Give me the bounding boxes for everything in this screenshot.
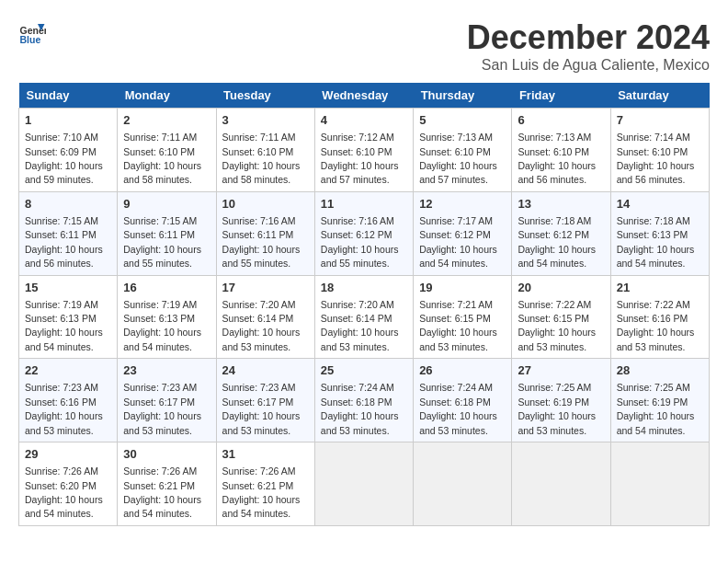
day-cell [414, 442, 512, 526]
day-cell: 6 Sunrise: 7:13 AMSunset: 6:10 PMDayligh… [512, 109, 610, 192]
day-cell: 5 Sunrise: 7:13 AMSunset: 6:10 PMDayligh… [414, 109, 512, 192]
day-info: Sunrise: 7:20 AMSunset: 6:14 PMDaylight:… [222, 299, 301, 352]
day-cell: 15 Sunrise: 7:19 AMSunset: 6:13 PMDaylig… [19, 275, 118, 359]
day-number: 19 [419, 280, 506, 296]
svg-text:Blue: Blue [20, 34, 41, 45]
day-cell: 19 Sunrise: 7:21 AMSunset: 6:15 PMDaylig… [414, 275, 512, 359]
calendar-header: SundayMondayTuesdayWednesdayThursdayFrid… [19, 83, 710, 109]
location-title: San Luis de Agua Caliente, Mexico [467, 57, 710, 74]
day-info: Sunrise: 7:18 AMSunset: 6:13 PMDaylight:… [617, 215, 695, 269]
day-number: 4 [321, 112, 407, 129]
day-number: 16 [123, 280, 210, 296]
day-info: Sunrise: 7:15 AMSunset: 6:11 PMDaylight:… [123, 215, 201, 269]
day-cell: 13 Sunrise: 7:18 AMSunset: 6:12 PMDaylig… [512, 191, 610, 275]
day-info: Sunrise: 7:13 AMSunset: 6:10 PMDaylight:… [518, 132, 596, 185]
day-info: Sunrise: 7:26 AMSunset: 6:21 PMDaylight:… [123, 465, 201, 519]
day-info: Sunrise: 7:12 AMSunset: 6:10 PMDaylight:… [321, 132, 399, 185]
day-info: Sunrise: 7:10 AMSunset: 6:09 PMDaylight:… [25, 132, 103, 185]
day-cell: 22 Sunrise: 7:23 AMSunset: 6:16 PMDaylig… [19, 359, 118, 442]
day-info: Sunrise: 7:25 AMSunset: 6:19 PMDaylight:… [617, 382, 695, 435]
day-number: 3 [222, 112, 309, 129]
day-cell: 14 Sunrise: 7:18 AMSunset: 6:13 PMDaylig… [610, 191, 709, 275]
page-header: General Blue December 2024 San Luis de A… [18, 18, 710, 74]
day-info: Sunrise: 7:23 AMSunset: 6:16 PMDaylight:… [25, 382, 103, 435]
day-number: 23 [123, 362, 210, 379]
day-number: 26 [419, 362, 506, 379]
day-cell: 26 Sunrise: 7:24 AMSunset: 6:18 PMDaylig… [414, 359, 512, 442]
day-number: 25 [321, 362, 407, 379]
day-info: Sunrise: 7:21 AMSunset: 6:15 PMDaylight:… [419, 299, 497, 352]
day-cell: 31 Sunrise: 7:26 AMSunset: 6:21 PMDaylig… [216, 442, 314, 526]
day-cell: 23 Sunrise: 7:23 AMSunset: 6:17 PMDaylig… [118, 359, 216, 442]
day-number: 28 [617, 362, 703, 379]
day-number: 22 [25, 362, 111, 379]
day-cell: 29 Sunrise: 7:26 AMSunset: 6:20 PMDaylig… [19, 442, 118, 526]
day-info: Sunrise: 7:19 AMSunset: 6:13 PMDaylight:… [25, 299, 103, 352]
day-info: Sunrise: 7:24 AMSunset: 6:18 PMDaylight:… [419, 382, 497, 435]
header-saturday: Saturday [610, 83, 709, 109]
day-number: 31 [222, 446, 309, 463]
day-info: Sunrise: 7:18 AMSunset: 6:12 PMDaylight:… [518, 215, 596, 269]
day-number: 29 [25, 446, 111, 463]
day-cell: 25 Sunrise: 7:24 AMSunset: 6:18 PMDaylig… [314, 359, 413, 442]
day-number: 17 [222, 280, 309, 296]
header-row: SundayMondayTuesdayWednesdayThursdayFrid… [19, 83, 710, 109]
day-number: 2 [123, 112, 210, 129]
day-number: 11 [321, 196, 407, 213]
day-number: 24 [222, 362, 309, 379]
day-cell: 7 Sunrise: 7:14 AMSunset: 6:10 PMDayligh… [610, 109, 709, 192]
week-row-5: 29 Sunrise: 7:26 AMSunset: 6:20 PMDaylig… [19, 442, 710, 526]
day-info: Sunrise: 7:26 AMSunset: 6:20 PMDaylight:… [25, 465, 103, 519]
header-friday: Friday [512, 83, 610, 109]
day-cell: 4 Sunrise: 7:12 AMSunset: 6:10 PMDayligh… [314, 109, 413, 192]
day-info: Sunrise: 7:23 AMSunset: 6:17 PMDaylight:… [222, 382, 301, 435]
day-info: Sunrise: 7:20 AMSunset: 6:14 PMDaylight:… [321, 299, 399, 352]
day-info: Sunrise: 7:22 AMSunset: 6:15 PMDaylight:… [518, 299, 596, 352]
day-number: 9 [123, 196, 210, 213]
week-row-2: 8 Sunrise: 7:15 AMSunset: 6:11 PMDayligh… [19, 191, 710, 275]
day-info: Sunrise: 7:11 AMSunset: 6:10 PMDaylight:… [123, 132, 201, 185]
day-cell [314, 442, 413, 526]
week-row-3: 15 Sunrise: 7:19 AMSunset: 6:13 PMDaylig… [19, 275, 710, 359]
week-row-1: 1 Sunrise: 7:10 AMSunset: 6:09 PMDayligh… [19, 109, 710, 192]
day-number: 18 [321, 280, 407, 296]
day-number: 27 [518, 362, 604, 379]
day-cell: 11 Sunrise: 7:16 AMSunset: 6:12 PMDaylig… [314, 191, 413, 275]
day-number: 5 [419, 112, 506, 129]
day-cell: 27 Sunrise: 7:25 AMSunset: 6:19 PMDaylig… [512, 359, 610, 442]
header-thursday: Thursday [414, 83, 512, 109]
day-number: 14 [617, 196, 703, 213]
title-area: December 2024 San Luis de Agua Caliente,… [467, 18, 710, 74]
day-info: Sunrise: 7:24 AMSunset: 6:18 PMDaylight:… [321, 382, 399, 435]
day-info: Sunrise: 7:22 AMSunset: 6:16 PMDaylight:… [617, 299, 695, 352]
logo: General Blue [18, 18, 46, 46]
day-cell [610, 442, 709, 526]
logo-icon: General Blue [18, 18, 46, 46]
day-cell: 1 Sunrise: 7:10 AMSunset: 6:09 PMDayligh… [19, 109, 118, 192]
day-cell: 16 Sunrise: 7:19 AMSunset: 6:13 PMDaylig… [118, 275, 216, 359]
day-cell: 9 Sunrise: 7:15 AMSunset: 6:11 PMDayligh… [118, 191, 216, 275]
day-info: Sunrise: 7:16 AMSunset: 6:11 PMDaylight:… [222, 215, 301, 269]
day-cell [512, 442, 610, 526]
day-cell: 8 Sunrise: 7:15 AMSunset: 6:11 PMDayligh… [19, 191, 118, 275]
day-number: 7 [617, 112, 703, 129]
day-info: Sunrise: 7:26 AMSunset: 6:21 PMDaylight:… [222, 465, 301, 519]
day-cell: 24 Sunrise: 7:23 AMSunset: 6:17 PMDaylig… [216, 359, 314, 442]
day-cell: 30 Sunrise: 7:26 AMSunset: 6:21 PMDaylig… [118, 442, 216, 526]
day-info: Sunrise: 7:17 AMSunset: 6:12 PMDaylight:… [419, 215, 497, 269]
day-info: Sunrise: 7:15 AMSunset: 6:11 PMDaylight:… [25, 215, 103, 269]
header-wednesday: Wednesday [314, 83, 413, 109]
day-number: 8 [25, 196, 111, 213]
day-cell: 3 Sunrise: 7:11 AMSunset: 6:10 PMDayligh… [216, 109, 314, 192]
day-cell: 2 Sunrise: 7:11 AMSunset: 6:10 PMDayligh… [118, 109, 216, 192]
day-number: 1 [25, 112, 111, 129]
day-cell: 18 Sunrise: 7:20 AMSunset: 6:14 PMDaylig… [314, 275, 413, 359]
day-info: Sunrise: 7:23 AMSunset: 6:17 PMDaylight:… [123, 382, 201, 435]
day-number: 21 [617, 280, 703, 296]
day-info: Sunrise: 7:19 AMSunset: 6:13 PMDaylight:… [123, 299, 201, 352]
day-info: Sunrise: 7:14 AMSunset: 6:10 PMDaylight:… [617, 132, 695, 185]
day-cell: 12 Sunrise: 7:17 AMSunset: 6:12 PMDaylig… [414, 191, 512, 275]
header-monday: Monday [118, 83, 216, 109]
day-number: 12 [419, 196, 506, 213]
day-info: Sunrise: 7:11 AMSunset: 6:10 PMDaylight:… [222, 132, 301, 185]
